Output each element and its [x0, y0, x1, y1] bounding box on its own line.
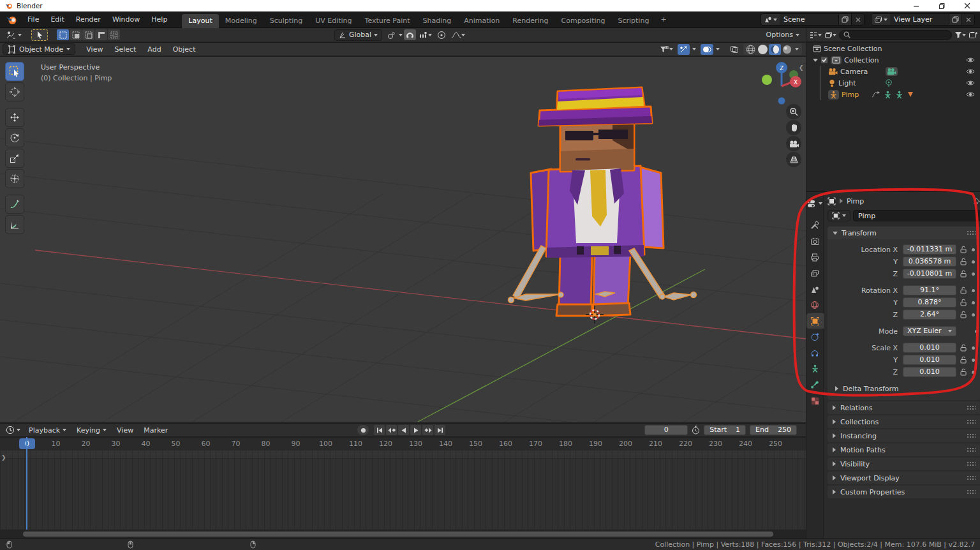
use-preview-range-toggle[interactable] [692, 426, 700, 435]
value-field[interactable]: -0.010801 m [903, 269, 956, 279]
workspace-tab[interactable]: Texture Paint [359, 14, 417, 28]
expand-icon[interactable] [813, 59, 818, 62]
ortho-toggle-button[interactable] [786, 152, 801, 167]
collapsed-panel[interactable]: Visibility [828, 457, 980, 470]
move-tool[interactable] [5, 108, 24, 127]
zoom-button[interactable] [786, 104, 801, 119]
proportional-editing-toggle[interactable] [435, 29, 448, 40]
lock-icon[interactable] [960, 368, 967, 376]
app-menu[interactable]: File [22, 11, 45, 27]
select-extend-button[interactable] [70, 29, 82, 40]
tab-texture[interactable] [806, 393, 824, 408]
workspace-tab[interactable]: Modeling [219, 14, 264, 28]
transform-orientation-dropdown[interactable]: Global [334, 29, 382, 41]
tab-constraints[interactable] [806, 345, 824, 360]
add-workspace-button[interactable]: + [655, 13, 671, 27]
outliner-search-input[interactable] [839, 30, 952, 40]
collapsed-panel[interactable]: Instancing [828, 429, 980, 442]
show-overlays-toggle[interactable] [701, 44, 713, 55]
value-field[interactable]: 0.878° [903, 297, 956, 308]
shading-material-button[interactable] [769, 44, 781, 55]
outliner-row-pimp[interactable]: Pimp [806, 89, 980, 100]
editor-type-selector[interactable] [3, 31, 25, 40]
tab-scene[interactable] [806, 281, 824, 297]
workspace-tab[interactable]: Layout [182, 14, 218, 28]
collection-checkbox[interactable] [820, 56, 828, 64]
panel-drag-icon[interactable] [967, 419, 976, 424]
lock-icon[interactable] [960, 246, 967, 253]
lock-icon[interactable] [960, 299, 967, 306]
options-button[interactable]: Options [766, 31, 799, 39]
value-field[interactable]: -0.011331 m [903, 244, 956, 255]
workspace-tab[interactable]: Sculpting [264, 14, 309, 28]
workspace-tab[interactable]: Shading [417, 14, 458, 28]
animate-dot[interactable] [972, 260, 975, 264]
jump-to-end-button[interactable] [434, 425, 445, 435]
frame-range-fields[interactable]: Start 1 [704, 425, 746, 435]
outliner-filter-mode-dropdown[interactable] [824, 31, 836, 39]
value-field[interactable]: 0.010 [903, 343, 956, 353]
gizmo-dropdown[interactable] [690, 44, 698, 55]
tab-object[interactable] [806, 313, 824, 329]
keying-menu[interactable]: Keying [71, 426, 112, 435]
properties-editor-type-dropdown[interactable] [806, 196, 824, 211]
timeline-scrollbar[interactable] [0, 530, 806, 539]
minimize-button[interactable] [903, 0, 929, 11]
collapsed-panel[interactable]: Custom Properties [828, 486, 980, 498]
value-field[interactable]: 2.64° [903, 309, 956, 320]
panel-drag-icon[interactable] [967, 405, 976, 410]
value-field[interactable]: 0.010 [903, 367, 956, 377]
tab-tool[interactable] [806, 218, 824, 233]
panel-drag-icon[interactable] [967, 447, 976, 452]
animate-dot[interactable] [972, 346, 975, 350]
snap-target-dropdown[interactable] [417, 29, 434, 40]
collapsed-panel[interactable]: Viewport Display [828, 472, 980, 484]
shading-solid-button[interactable] [757, 44, 769, 55]
scene-name[interactable]: Scene [780, 15, 838, 24]
workspace-tab[interactable]: Rendering [506, 14, 554, 28]
shading-wireframe-button[interactable] [745, 44, 757, 55]
object-name-input[interactable]: Pimp [853, 210, 980, 221]
breadcrumb-object-name[interactable]: Pimp [847, 197, 864, 205]
panel-drag-icon[interactable] [967, 475, 976, 480]
viewport-menu[interactable]: View [80, 41, 108, 57]
navigation-gizmo[interactable]: Z X [761, 59, 803, 105]
outliner-row-light[interactable]: Light [806, 77, 980, 89]
timeline-editor-type-dropdown[interactable] [3, 426, 24, 435]
hide-toggle-eye-icon[interactable] [966, 68, 975, 75]
3d-viewport[interactable]: User Perspective (0) Collection | Pimp Z [0, 57, 806, 422]
lock-icon[interactable] [960, 286, 967, 294]
pin-icon[interactable] [973, 197, 980, 205]
cursor-tool[interactable] [5, 82, 24, 101]
value-field[interactable]: 0.010 [903, 355, 956, 365]
pan-button[interactable] [786, 120, 801, 135]
play-button[interactable] [410, 425, 421, 435]
lock-icon[interactable] [960, 356, 967, 364]
app-menu[interactable]: Render [70, 11, 107, 27]
mode-dropdown[interactable]: Object Mode [3, 43, 75, 55]
proportional-falloff-dropdown[interactable] [449, 29, 467, 40]
snap-toggle[interactable] [404, 29, 416, 40]
outliner-filter-dropdown[interactable] [954, 31, 966, 38]
app-menu[interactable]: Help [145, 11, 173, 27]
view-layer-name[interactable]: View Layer [890, 15, 949, 24]
workspace-tab[interactable]: Animation [457, 14, 506, 28]
lock-icon[interactable] [960, 311, 967, 318]
tab-view-layer[interactable] [806, 265, 824, 281]
new-collection-button[interactable] [969, 31, 977, 39]
tab-output[interactable] [806, 249, 824, 265]
marker-menu[interactable]: Marker [138, 426, 173, 435]
playback-menu[interactable]: Playback [24, 426, 71, 435]
tab-object-data-armature[interactable] [806, 361, 824, 376]
outliner-row-camera[interactable]: Camera [806, 66, 980, 77]
restore-button[interactable] [929, 0, 954, 11]
value-field[interactable]: 0.036578 m [903, 256, 956, 267]
viewport-menu[interactable]: Select [108, 41, 142, 57]
app-menu[interactable]: Edit [45, 11, 70, 27]
lock-icon[interactable] [960, 258, 967, 265]
animate-dot[interactable] [972, 371, 975, 374]
collapsed-panel[interactable]: Collections [828, 415, 980, 428]
frame-range-end[interactable]: End 250 [750, 425, 797, 435]
auto-key-record-button[interactable] [357, 425, 369, 435]
timeline-channels-toggle-icon[interactable]: ❯ [1, 454, 6, 461]
